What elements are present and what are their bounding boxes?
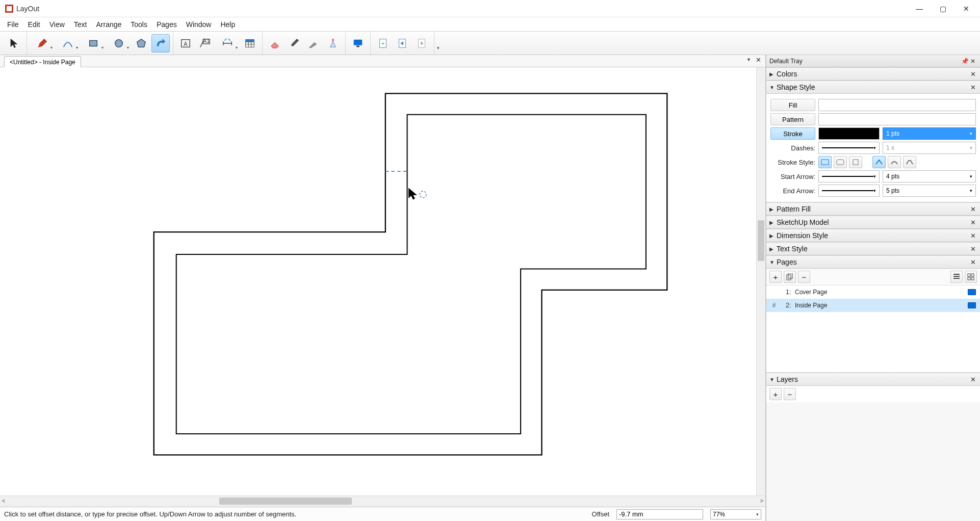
cap-round-button[interactable] (834, 156, 847, 168)
cap-flat-button[interactable] (818, 156, 832, 168)
join-miter-button[interactable] (872, 156, 886, 168)
svg-rect-22 (968, 274, 970, 276)
stroke-toggle-button[interactable]: Stroke (770, 127, 815, 140)
menu-arrange[interactable]: Arrange (92, 18, 125, 31)
cursor-indicator (408, 188, 426, 199)
window-minimize-button[interactable]: — (908, 1, 931, 16)
panel-pages-head[interactable]: ▼ Pages ✕ (766, 255, 980, 269)
menu-window[interactable]: Window (182, 18, 216, 31)
panel-pattern-fill-head[interactable]: ▶ Pattern Fill ✕ (766, 202, 980, 216)
arc-tool-button[interactable]: ▾ (56, 34, 80, 53)
panel-colors-close[interactable]: ✕ (969, 70, 977, 78)
fill-toggle-button[interactable]: Fill (770, 99, 815, 111)
svg-text:+: + (381, 40, 384, 46)
join-round-button[interactable] (888, 156, 901, 168)
panel-sketchup-model-head[interactable]: ▶ SketchUp Model ✕ (766, 216, 980, 229)
current-page-marker: # (770, 302, 778, 309)
menu-view[interactable]: View (45, 18, 69, 31)
page-duplicate-button[interactable] (784, 271, 796, 283)
dimension-icon (222, 38, 233, 49)
offset-input[interactable] (616, 509, 703, 519)
label-tool-button[interactable]: A1 (196, 34, 214, 53)
table-tool-button[interactable] (241, 34, 259, 53)
panel-shape-style-close[interactable]: ✕ (969, 84, 977, 91)
tray-pin-button[interactable]: 📌 (961, 58, 969, 65)
panel-dimension-style-head[interactable]: ▶ Dimension Style ✕ (766, 229, 980, 242)
canvas[interactable]: <> (0, 67, 765, 507)
vertical-scrollbar[interactable] (756, 67, 765, 496)
panel-dimension-style-close[interactable]: ✕ (969, 232, 977, 240)
panel-pages-close[interactable]: ✕ (969, 258, 977, 266)
panel-layers-head[interactable]: ▼ Layers ✕ (766, 373, 980, 386)
document-tab[interactable]: <Untitled> - Inside Page (4, 56, 81, 67)
eraser-tool-button[interactable] (266, 34, 284, 53)
add-page-button[interactable]: + (374, 34, 392, 53)
window-maximize-button[interactable]: ▢ (931, 1, 955, 16)
pattern-toggle-button[interactable]: Pattern (770, 113, 815, 125)
end-arrow-size-select[interactable]: 5 pts▾ (883, 185, 976, 197)
eyedropper-icon (289, 38, 300, 49)
zoom-select[interactable]: 77%▾ (710, 509, 761, 519)
dashes-select[interactable]: ▾ (818, 142, 880, 154)
select-tool-button[interactable] (5, 34, 23, 53)
page-add-button[interactable]: + (769, 271, 782, 283)
style-eyedropper-button[interactable] (285, 34, 303, 53)
panel-colors-head[interactable]: ▶ Colors ✕ (766, 67, 980, 81)
menu-pages[interactable]: Pages (152, 18, 181, 31)
rectangle-tool-button[interactable]: ▾ (81, 34, 106, 53)
fill-swatch[interactable] (818, 99, 976, 111)
page-item-cover[interactable]: 1: Cover Page (766, 285, 980, 299)
cap-square-button[interactable] (849, 156, 862, 168)
toolbar-overflow-button[interactable]: ▾ (434, 34, 442, 53)
circle-tool-button[interactable]: ▾ (107, 34, 131, 53)
svg-rect-0 (90, 40, 97, 46)
start-arrow-select[interactable]: ▾ (818, 170, 880, 183)
pattern-swatch[interactable] (818, 113, 976, 125)
page-thumb-view-button[interactable] (965, 271, 977, 283)
layer-remove-button[interactable]: − (784, 388, 796, 400)
join-bevel-button[interactable] (903, 156, 916, 168)
panel-pattern-fill-close[interactable]: ✕ (969, 205, 977, 213)
tab-list-dropdown[interactable]: ▼ (746, 57, 751, 62)
polygon-tool-button[interactable] (132, 34, 150, 53)
tab-close-button[interactable]: ✕ (756, 56, 761, 64)
dashes-label: Dashes: (770, 144, 815, 152)
tray-title-bar[interactable]: Default Tray 📌 ✕ (766, 55, 980, 67)
offset-tool-button[interactable] (151, 34, 170, 53)
duplicate-icon (786, 273, 793, 280)
menu-edit[interactable]: Edit (24, 18, 44, 31)
join-tool-button[interactable] (324, 34, 342, 53)
previous-page-button[interactable] (393, 34, 411, 53)
split-tool-button[interactable] (304, 34, 323, 53)
tray-close-button[interactable]: ✕ (969, 58, 977, 65)
stroke-color-swatch[interactable] (818, 127, 880, 140)
svg-text:A1: A1 (203, 38, 210, 44)
layer-add-button[interactable]: + (769, 388, 782, 400)
menu-file[interactable]: File (3, 18, 23, 31)
panel-text-style-head[interactable]: ▶ Text Style ✕ (766, 242, 980, 255)
window-close-button[interactable]: ✕ (955, 1, 978, 16)
stroke-style-label: Stroke Style: (770, 159, 815, 166)
svg-rect-18 (837, 160, 844, 165)
page-item-inside[interactable]: # 2: Inside Page (766, 299, 980, 312)
menu-text[interactable]: Text (70, 18, 91, 31)
line-tool-button[interactable]: ▾ (30, 34, 55, 53)
panel-layers-close[interactable]: ✕ (969, 376, 977, 383)
stroke-width-select[interactable]: 1 pts▾ (883, 127, 976, 140)
panel-text-style-close[interactable]: ✕ (969, 245, 977, 253)
menu-tools[interactable]: Tools (126, 18, 151, 31)
page-list-view-button[interactable] (950, 271, 963, 283)
page-remove-button[interactable]: − (798, 271, 810, 283)
panel-shape-style-head[interactable]: ▼ Shape Style ✕ (766, 81, 980, 94)
dimension-tool-button[interactable]: ▾ (215, 34, 240, 53)
presentation-button[interactable] (349, 34, 367, 53)
horizontal-scrollbar[interactable]: <> (0, 496, 765, 507)
end-arrow-select[interactable]: ▾ (818, 185, 880, 197)
next-page-button[interactable] (412, 34, 431, 53)
text-tool-button[interactable]: A (176, 34, 195, 53)
menu-help[interactable]: Help (216, 18, 239, 31)
tray-title: Default Tray (769, 58, 803, 65)
dash-scale-select[interactable]: 1 x▾ (883, 142, 976, 154)
panel-sketchup-model-close[interactable]: ✕ (969, 219, 977, 226)
start-arrow-size-select[interactable]: 4 pts▾ (883, 170, 976, 183)
